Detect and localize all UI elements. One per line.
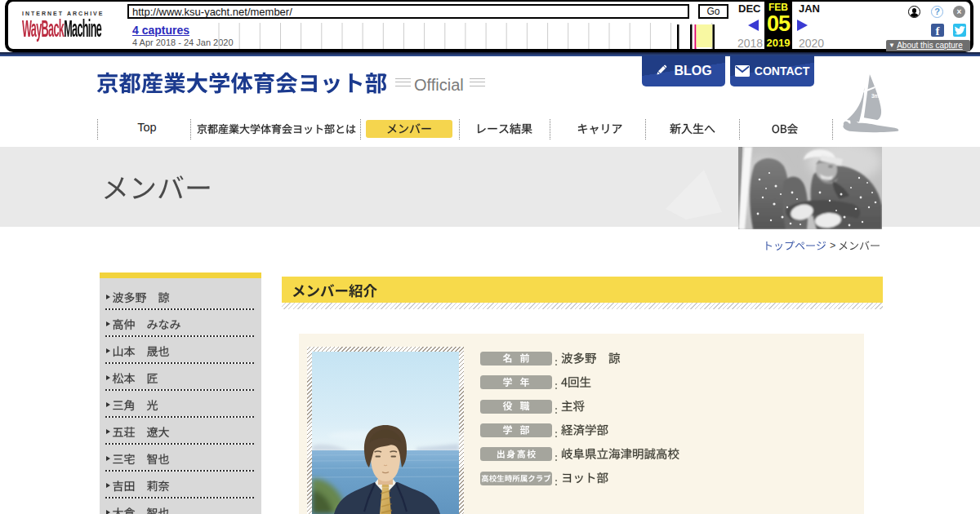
svg-text:3m: 3m [871, 93, 880, 99]
